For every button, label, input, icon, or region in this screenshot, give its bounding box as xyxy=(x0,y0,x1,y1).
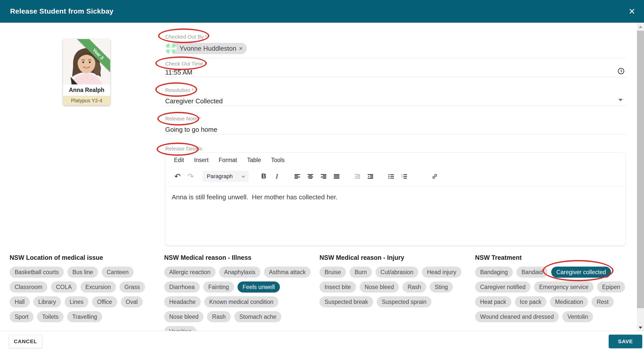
redo-icon[interactable]: ↷ xyxy=(185,171,196,181)
scrollbar-thumb[interactable] xyxy=(637,31,644,308)
chip-bus-line[interactable]: Bus line xyxy=(67,267,98,278)
modal-footer: CANCEL SAVE xyxy=(0,331,644,350)
chip-caregiver-collected[interactable]: Caregiver collected xyxy=(551,267,611,278)
release-note-underline xyxy=(165,134,626,134)
align-justify-icon[interactable] xyxy=(331,171,342,181)
chip-cola[interactable]: COLA xyxy=(51,281,77,293)
chip-row: ClassroomCOLAExcursionGrass xyxy=(10,281,145,293)
chip-library[interactable]: Library xyxy=(33,296,61,307)
chip-section-0: NSW Location of medical issueBasketball … xyxy=(10,254,145,326)
menu-tools[interactable]: Tools xyxy=(271,157,285,167)
scroll-down-arrow-icon[interactable] xyxy=(639,327,642,329)
editor-content[interactable]: Anna is still feeling unwell. Her mother… xyxy=(165,186,625,245)
chip-suspected-sprain[interactable]: Suspected sprain xyxy=(377,296,432,307)
chip-cut-abrasion[interactable]: Cut/abrasion xyxy=(375,267,418,278)
chip-basketball-courts[interactable]: Basketball courts xyxy=(10,267,64,278)
chip-head-injury[interactable]: Head injury xyxy=(422,267,461,278)
checked-out-by-chip[interactable]: Yvonne Huddleston × xyxy=(165,43,247,54)
chip-bruise[interactable]: Bruise xyxy=(319,267,346,278)
chip-wound-cleaned-and-dressed[interactable]: Wound cleaned and dressed xyxy=(475,311,559,322)
check-out-time-input[interactable]: 11:55 AM xyxy=(165,69,192,76)
chip-feels-unwell[interactable]: Feels unwell xyxy=(238,281,280,293)
chip-epipen[interactable]: Epipen xyxy=(597,281,625,293)
chip-ventolin[interactable]: Ventolin xyxy=(562,311,593,322)
chip-diarrhoea[interactable]: Diarrhoea xyxy=(164,281,200,293)
chip-rest[interactable]: Rest xyxy=(592,296,613,307)
checked-out-by-label: Checked Out By * xyxy=(165,34,207,40)
chip-nose-bleed[interactable]: Nose bleed xyxy=(164,311,203,322)
numbered-list-icon[interactable]: 12 xyxy=(399,171,410,181)
chip-ice-pack[interactable]: Ice pack xyxy=(515,296,547,307)
menu-edit[interactable]: Edit xyxy=(174,157,184,167)
cancel-button[interactable]: CANCEL xyxy=(9,335,42,348)
chip-hall[interactable]: Hall xyxy=(10,296,30,307)
resolution-select[interactable]: Caregiver Collected xyxy=(165,97,223,105)
chip-fainting[interactable]: Fainting xyxy=(203,281,234,293)
chip-insect-bite[interactable]: Insect bite xyxy=(319,281,356,293)
align-right-icon[interactable] xyxy=(318,171,329,181)
remove-person-icon[interactable]: × xyxy=(239,45,243,52)
chip-medication[interactable]: Medication xyxy=(550,296,588,307)
chip-bandaging[interactable]: Bandaging xyxy=(475,267,513,278)
italic-icon[interactable]: I xyxy=(271,171,282,181)
undo-icon[interactable]: ↶ xyxy=(172,171,183,181)
chip-sport[interactable]: Sport xyxy=(10,311,34,322)
chip-heat-pack[interactable]: Heat pack xyxy=(475,296,511,307)
chip-section-1: NSW Medical reason - IllnessAllergic rea… xyxy=(164,254,311,341)
bullet-list-icon[interactable] xyxy=(386,171,397,181)
chip-caregiver-notified[interactable]: Caregiver notified xyxy=(475,281,531,293)
chip-asthma-attack[interactable]: Asthma attack xyxy=(264,267,311,278)
chip-section-3: NSW TreatmentBandagingBandaidCaregiver c… xyxy=(475,254,625,326)
section-title: NSW Medical reason - Injury xyxy=(319,254,461,262)
chip-row: HeadacheKnown medical condition xyxy=(164,296,311,307)
menu-table[interactable]: Table xyxy=(247,157,261,167)
chip-bandaid[interactable]: Bandaid xyxy=(516,267,548,278)
chip-row: Insect biteNose bleedRashSting xyxy=(319,281,461,293)
chip-toilets[interactable]: Toilets xyxy=(37,311,64,322)
checked-out-by-name: Yvonne Huddleston xyxy=(180,45,237,52)
chip-classroom[interactable]: Classroom xyxy=(10,281,47,293)
chip-sting[interactable]: Sting xyxy=(430,281,453,293)
chip-excursion[interactable]: Excursion xyxy=(80,281,116,293)
chip-burn[interactable]: Burn xyxy=(349,267,372,278)
paragraph-style-select[interactable]: Paragraph xyxy=(203,171,249,182)
vertical-scrollbar[interactable] xyxy=(637,23,644,331)
align-center-icon[interactable] xyxy=(305,171,316,181)
scroll-up-arrow-icon[interactable] xyxy=(639,26,642,28)
chip-emergency-service[interactable]: Emergency service xyxy=(534,281,594,293)
outdent-icon[interactable] xyxy=(352,171,363,181)
chip-canteen[interactable]: Canteen xyxy=(102,267,134,278)
release-student-modal: Release Student from Sickbay × Year xyxy=(0,0,644,350)
chip-rash[interactable]: Rash xyxy=(402,281,426,293)
chip-office[interactable]: Office xyxy=(92,296,117,307)
chip-headache[interactable]: Headache xyxy=(164,296,201,307)
chip-row: SportToiletsTravelling xyxy=(10,311,145,322)
chip-grass[interactable]: Grass xyxy=(120,281,145,293)
menu-insert[interactable]: Insert xyxy=(194,157,209,167)
chip-row: Wound cleaned and dressedVentolin xyxy=(475,311,625,322)
menu-format[interactable]: Format xyxy=(219,157,237,167)
chip-rash[interactable]: Rash xyxy=(207,311,231,322)
dropdown-caret-icon[interactable] xyxy=(618,99,623,101)
release-note-input[interactable]: Going to go home xyxy=(165,126,217,134)
chip-known-medical-condition[interactable]: Known medical condition xyxy=(204,296,278,307)
chip-anaphylaxis[interactable]: Anaphylaxis xyxy=(219,267,260,278)
resolution-label: Resolution * xyxy=(165,87,194,93)
align-left-icon[interactable] xyxy=(292,171,303,181)
clock-icon[interactable] xyxy=(617,67,625,76)
chip-allergic-reaction[interactable]: Allergic reaction xyxy=(164,267,216,278)
chip-travelling[interactable]: Travelling xyxy=(67,311,102,322)
save-button[interactable]: SAVE xyxy=(609,335,642,348)
chip-row: HallLibraryLinesOfficeOval xyxy=(10,296,145,307)
bold-icon[interactable]: B xyxy=(258,171,269,181)
chip-suspected-break[interactable]: Suspected break xyxy=(319,296,373,307)
chip-stomach-ache[interactable]: Stomach ache xyxy=(234,311,281,322)
indent-icon[interactable] xyxy=(365,171,376,181)
chip-row: DiarrhoeaFaintingFeels unwell xyxy=(164,281,311,293)
chip-nose-bleed[interactable]: Nose bleed xyxy=(360,281,399,293)
chip-oval[interactable]: Oval xyxy=(121,296,143,307)
link-icon[interactable] xyxy=(429,171,440,181)
chip-lines[interactable]: Lines xyxy=(65,296,89,307)
checked-out-by-underline xyxy=(165,58,626,58)
close-icon[interactable]: × xyxy=(625,0,639,23)
